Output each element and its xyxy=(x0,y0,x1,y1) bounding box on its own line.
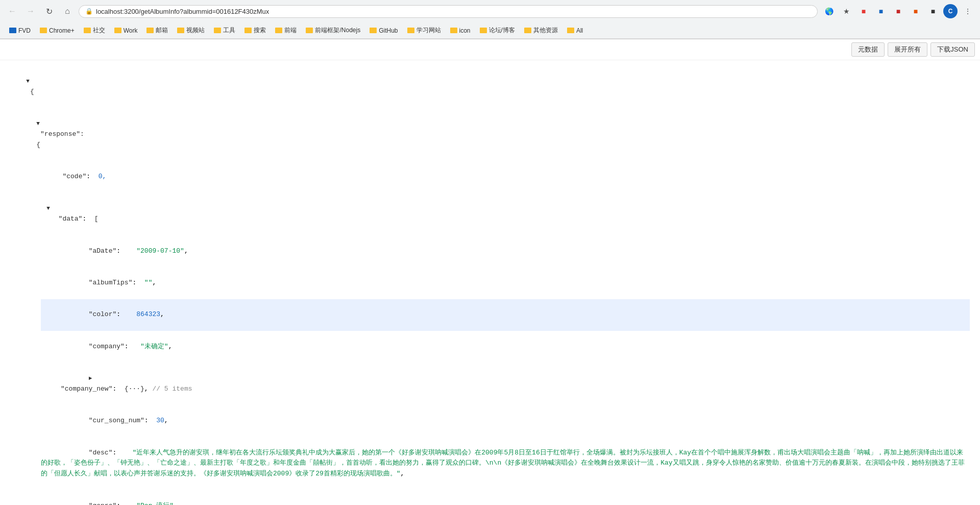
json-color: "color": 864323, xyxy=(41,299,970,331)
bookmark-label: Work xyxy=(124,27,138,34)
bookmark-label: FVD xyxy=(18,27,31,34)
company-new-toggle[interactable]: ► xyxy=(89,374,92,383)
folder-icon xyxy=(114,28,121,33)
json-albumtips: "albumTips": "", xyxy=(41,267,970,299)
bookmark-label: 论坛/博客 xyxy=(489,26,515,35)
translate-icon[interactable]: 🌎 xyxy=(822,4,836,18)
browser-chrome: ← → ↻ ⌂ 🔒 localhost:3200/getAlbumInfo?al… xyxy=(0,0,980,39)
bookmark-label: Chrome+ xyxy=(49,27,75,34)
json-company-new: ► "company_new": {···}, // 5 items xyxy=(41,363,970,405)
bookmark-star-icon[interactable]: ★ xyxy=(839,4,853,18)
home-button[interactable]: ⌂ xyxy=(60,4,75,18)
address-bar[interactable]: 🔒 localhost:3200/getAlbumInfo?albummid=0… xyxy=(79,5,818,18)
json-response-key: ▼ "response": { xyxy=(20,108,970,161)
extension-icon-4[interactable]: ■ xyxy=(909,4,923,18)
folder-icon xyxy=(370,28,377,33)
reload-button[interactable]: ↻ xyxy=(42,4,56,18)
bookmark-label: 其他资源 xyxy=(533,26,558,35)
bookmark-work[interactable]: Work xyxy=(110,26,142,36)
bookmark-all[interactable]: All xyxy=(563,26,587,36)
bookmark-social[interactable]: 社交 xyxy=(80,25,109,36)
extension-icon-5[interactable]: ■ xyxy=(926,4,940,18)
expand-all-button[interactable]: 展开所有 xyxy=(888,42,927,57)
json-adate: "aDate": "2009-07-10", xyxy=(41,235,970,267)
bookmarks-bar: FVD Chrome+ 社交 Work 邮箱 视频站 工具 搜索 xyxy=(0,22,980,39)
extension-icon-2[interactable]: ■ xyxy=(874,4,888,18)
json-cur-song-num: "cur_song_num": 30, xyxy=(41,405,970,437)
bookmark-frontend[interactable]: 前端 xyxy=(271,25,301,36)
folder-icon xyxy=(214,28,221,33)
bookmark-fvd[interactable]: FVD xyxy=(5,26,35,36)
folder-icon xyxy=(146,28,154,33)
folder-icon xyxy=(306,28,313,33)
bookmark-video[interactable]: 视频站 xyxy=(173,25,209,36)
nav-bar: ← → ↻ ⌂ 🔒 localhost:3200/getAlbumInfo?al… xyxy=(0,0,980,22)
folder-icon xyxy=(177,28,184,33)
bookmark-label: 视频站 xyxy=(186,26,205,35)
bookmark-mail[interactable]: 邮箱 xyxy=(142,25,172,36)
json-company: "company": "未确定", xyxy=(41,331,970,363)
folder-icon xyxy=(244,28,252,33)
json-genre: "genre": "Pop 流行", xyxy=(41,490,970,505)
bookmark-label: 前端 xyxy=(284,26,297,35)
raw-data-button[interactable]: 元数据 xyxy=(851,42,885,57)
folder-icon xyxy=(407,28,414,33)
response-toggle[interactable]: ▼ xyxy=(36,119,40,129)
url-text: localhost:3200/getAlbumInfo?albummid=001… xyxy=(96,8,269,15)
forward-button[interactable]: → xyxy=(23,4,38,18)
folder-icon xyxy=(450,28,457,33)
back-button[interactable]: ← xyxy=(5,4,19,18)
bookmark-forum[interactable]: 论坛/博客 xyxy=(476,25,519,36)
bookmark-chrome-plus[interactable]: Chrome+ xyxy=(36,26,79,36)
folder-icon xyxy=(275,28,282,33)
json-toolbar: 元数据 展开所有 下载JSON xyxy=(0,39,980,60)
folder-icon xyxy=(84,28,91,33)
bookmark-label: All xyxy=(576,27,583,34)
data-toggle[interactable]: ▼ xyxy=(46,204,50,213)
collapse-toggle[interactable]: ▼ xyxy=(26,77,30,86)
bookmark-icon[interactable]: icon xyxy=(446,26,475,36)
bookmark-tools[interactable]: 工具 xyxy=(210,25,239,36)
lock-icon: 🔒 xyxy=(85,8,93,15)
bookmark-label: 搜索 xyxy=(254,26,266,35)
json-code: "code": 0, xyxy=(31,161,970,193)
bookmark-resources[interactable]: 其他资源 xyxy=(520,25,562,36)
bookmark-label: GitHub xyxy=(379,27,398,34)
json-data-key: ▼ "data": [ xyxy=(31,193,970,235)
menu-button[interactable]: ⋮ xyxy=(961,4,975,18)
download-json-button[interactable]: 下载JSON xyxy=(930,42,975,57)
json-root-open: ▼ { xyxy=(10,65,970,108)
folder-icon xyxy=(567,28,574,33)
bookmark-search[interactable]: 搜索 xyxy=(240,25,270,36)
folder-icon xyxy=(524,28,531,33)
bookmark-label: 工具 xyxy=(223,26,235,35)
bookmark-label: icon xyxy=(459,27,471,34)
folder-icon xyxy=(9,28,16,33)
json-desc: "desc": "近年来人气急升的谢安琪，继年初在各大流行乐坛颁奖典礼中成为大赢… xyxy=(41,437,970,490)
profile-avatar[interactable]: C xyxy=(943,4,958,18)
bookmark-label: 前端框架/Nodejs xyxy=(315,26,360,35)
extension-icon-1[interactable]: ■ xyxy=(856,4,871,18)
folder-icon xyxy=(480,28,487,33)
nav-icons: 🌎 ★ ■ ■ ■ ■ ■ C ⋮ xyxy=(822,4,975,18)
extension-icon-3[interactable]: ■ xyxy=(891,4,905,18)
bookmark-label: 社交 xyxy=(93,26,105,35)
bookmark-label: 邮箱 xyxy=(156,26,168,35)
bookmark-learning[interactable]: 学习网站 xyxy=(403,25,445,36)
json-viewer: ▼ { ▼ "response": { "code": 0, ▼ "data":… xyxy=(0,60,980,505)
folder-icon xyxy=(40,28,47,33)
bookmark-label: 学习网站 xyxy=(416,26,441,35)
bookmark-github[interactable]: GitHub xyxy=(365,26,402,36)
bookmark-nodejs[interactable]: 前端框架/Nodejs xyxy=(302,25,364,36)
